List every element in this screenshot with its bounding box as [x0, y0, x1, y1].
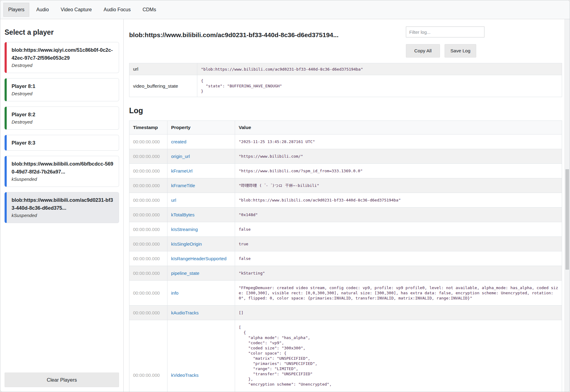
vertical-scrollbar[interactable] [565, 19, 570, 392]
log-table-header-row: TimestampPropertyValue [129, 121, 562, 135]
log-value-text: "blob:https://www.bilibili.com/ac9d0231-… [239, 198, 558, 203]
log-value: [] [235, 306, 562, 320]
log-value-text: [ { "alpha mode": "has_alpha", "codec": … [239, 325, 558, 392]
tab-video-capture[interactable]: Video Capture [56, 3, 97, 17]
property-name: url [129, 63, 197, 75]
log-timestamp: 00:00:00.000 [129, 178, 167, 193]
log-value-text: false [239, 256, 558, 261]
player-list-item[interactable]: Player 8:2Destroyed [5, 107, 119, 130]
log-column-header-timestamp: Timestamp [129, 121, 167, 135]
log-row: 00:00:00.000created"2025-11-25 13:45:28.… [129, 135, 562, 149]
tab-audio[interactable]: Audio [31, 3, 54, 17]
log-property: pipeline_state [167, 266, 235, 281]
player-list-item[interactable]: blob:https://www.bilibili.com/6bfbcdcc-5… [5, 156, 119, 187]
log-value: "哔哩哔哩 (゜-゜)つロ 干杯~-bilibili" [235, 178, 562, 193]
player-name: blob:https://www.bilibili.com/ac9d0231-b… [12, 196, 114, 212]
clear-players-button[interactable]: Clear Players [5, 373, 119, 387]
log-row: 00:00:00.000kIsStreamingfalse [129, 222, 562, 237]
log-timestamp: 00:00:00.000 [129, 251, 167, 266]
log-value: "FFmpegDemuxer: created video stream, co… [235, 281, 562, 306]
log-value-text: "kStarting" [239, 271, 558, 276]
log-column-header-value: Value [235, 121, 562, 135]
log-timestamp: 00:00:00.000 [129, 164, 167, 178]
log-row: 00:00:00.000kIsSingleOrigintrue [129, 237, 562, 251]
media-internals-app: PlayersAudioVideo CaptureAudio FocusCDMs… [0, 0, 570, 392]
log-row: 00:00:00.000kFrameTitle"哔哩哔哩 (゜-゜)つロ 干杯~… [129, 178, 562, 193]
log-timestamp: 00:00:00.000 [129, 135, 167, 149]
log-property: kIsStreaming [167, 222, 235, 237]
log-value-text: "https://www.bilibili.com/?spm_id_from=3… [239, 168, 558, 173]
log-value-text: "哔哩哔哩 (゜-゜)つロ 干杯~-bilibili" [239, 183, 558, 188]
player-status: Destroyed [12, 118, 114, 126]
log-property: kTotalBytes [167, 208, 235, 222]
log-column-header-property: Property [167, 121, 235, 135]
property-value-text: { "state": "BUFFERING_HAVE_ENOUGH" } [201, 78, 558, 94]
log-timestamp: 00:00:00.000 [129, 193, 167, 208]
property-value: { "state": "BUFFERING_HAVE_ENOUGH" } [197, 75, 562, 97]
tab-cdms[interactable]: CDMs [138, 3, 161, 17]
log-timestamp: 00:00:00.000 [129, 266, 167, 281]
player-name: Player 8:3 [12, 139, 114, 147]
log-timestamp: 00:00:00.000 [129, 320, 167, 392]
log-timestamp: 00:00:00.000 [129, 149, 167, 164]
log-value-text: false [239, 227, 558, 232]
property-row: url"blob:https://www.bilibili.com/ac9d02… [129, 63, 562, 75]
log-value: false [235, 251, 562, 266]
player-list-item[interactable]: Player 8:1Destroyed [5, 78, 119, 101]
log-controls: Copy All Save Log [406, 26, 484, 58]
property-value-text: "blob:https://www.bilibili.com/ac9d0231-… [201, 67, 558, 72]
property-row: video_buffering_state{ "state": "BUFFERI… [129, 75, 562, 97]
log-buttons-row: Copy All Save Log [406, 44, 484, 58]
log-timestamp: 00:00:00.000 [129, 208, 167, 222]
log-row: 00:00:00.000kIsRangeHeaderSupportedfalse [129, 251, 562, 266]
save-log-button[interactable]: Save Log [445, 44, 476, 58]
log-timestamp: 00:00:00.000 [129, 306, 167, 320]
log-value: "https://www.bilibili.com/?spm_id_from=3… [235, 164, 562, 178]
log-value-text: "FFmpegDemuxer: created video stream, co… [239, 285, 558, 301]
player-list-item[interactable]: blob:https://www.iqiyi.com/51c86b0f-0c2c… [5, 42, 119, 73]
log-row: 00:00:00.000info"FFmpegDemuxer: created … [129, 281, 562, 306]
log-value: "0x148d" [235, 208, 562, 222]
log-property: origin_url [167, 149, 235, 164]
log-row: 00:00:00.000origin_url"https://www.bilib… [129, 149, 562, 164]
log-value: "kStarting" [235, 266, 562, 281]
log-property: kFrameTitle [167, 178, 235, 193]
log-property: kAudioTracks [167, 306, 235, 320]
log-value: "blob:https://www.bilibili.com/ac9d0231-… [235, 193, 562, 208]
log-row: 00:00:00.000kTotalBytes"0x148d" [129, 208, 562, 222]
log-value-text: "https://www.bilibili.com/" [239, 154, 558, 159]
log-table: TimestampPropertyValue 00:00:00.000creat… [129, 121, 562, 392]
player-status: kSuspended [12, 212, 114, 219]
player-list-item[interactable]: blob:https://www.bilibili.com/ac9d0231-b… [5, 192, 119, 223]
log-property: kVideoTracks [167, 320, 235, 392]
player-detail-panel: blob:https://www.bilibili.com/ac9d0231-b… [124, 19, 565, 392]
tab-audio-focus[interactable]: Audio Focus [99, 3, 135, 17]
copy-all-button[interactable]: Copy All [406, 44, 440, 58]
log-timestamp: 00:00:00.000 [129, 237, 167, 251]
players-sidebar: Select a player blob:https://www.iqiyi.c… [0, 19, 124, 392]
tab-players[interactable]: Players [3, 3, 29, 17]
property-name: video_buffering_state [129, 75, 197, 97]
player-status: Destroyed [12, 62, 114, 69]
log-property: kFrameUrl [167, 164, 235, 178]
top-tab-bar: PlayersAudioVideo CaptureAudio FocusCDMs [0, 0, 570, 19]
log-value: "https://www.bilibili.com/" [235, 149, 562, 164]
log-value-text: [] [239, 310, 558, 315]
log-timestamp: 00:00:00.000 [129, 281, 167, 306]
filter-log-input[interactable] [406, 26, 484, 37]
player-properties-table: url"blob:https://www.bilibili.com/ac9d02… [129, 63, 562, 97]
log-property: kIsRangeHeaderSupported [167, 251, 235, 266]
log-property: url [167, 193, 235, 208]
player-list-item[interactable]: Player 8:3 [5, 135, 119, 151]
log-timestamp: 00:00:00.000 [129, 222, 167, 237]
log-row: 00:00:00.000kFrameUrl"https://www.bilibi… [129, 164, 562, 178]
sidebar-heading: Select a player [5, 28, 119, 37]
player-name: blob:https://www.bilibili.com/6bfbcdcc-5… [12, 160, 114, 176]
player-list: blob:https://www.iqiyi.com/51c86b0f-0c2c… [5, 42, 119, 373]
log-row: 00:00:00.000kVideoTracks[ { "alpha mode"… [129, 320, 562, 392]
log-value-text: "2025-11-25 13:45:28.287161 UTC" [239, 139, 558, 144]
log-property: kIsSingleOrigin [167, 237, 235, 251]
app-body: Select a player blob:https://www.iqiyi.c… [0, 19, 570, 392]
log-property: created [167, 135, 235, 149]
scrollbar-thumb[interactable] [565, 169, 569, 270]
